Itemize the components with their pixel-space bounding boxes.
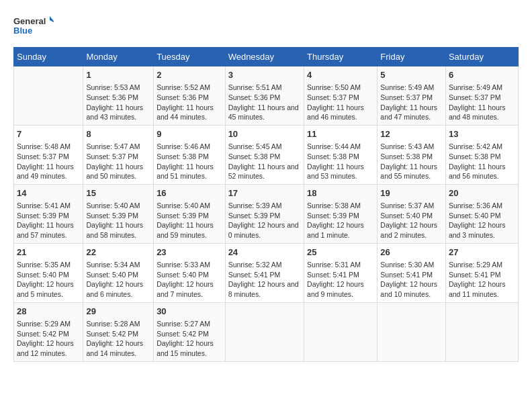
page-header: General Blue	[13, 13, 519, 40]
day-number: 26	[380, 246, 443, 259]
header-cell-sunday: Sunday	[14, 48, 83, 66]
svg-text:General: General	[13, 16, 46, 26]
day-info: Sunrise: 5:40 AM Sunset: 5:39 PM Dayligh…	[157, 201, 222, 240]
day-info: Sunrise: 5:42 AM Sunset: 5:38 PM Dayligh…	[449, 142, 515, 181]
day-info: Sunrise: 5:49 AM Sunset: 5:37 PM Dayligh…	[449, 83, 515, 122]
day-info: Sunrise: 5:29 AM Sunset: 5:41 PM Dayligh…	[449, 260, 515, 300]
header-cell-thursday: Thursday	[304, 48, 378, 66]
header-cell-tuesday: Tuesday	[154, 48, 226, 66]
calendar-cell	[378, 302, 446, 361]
day-number: 11	[307, 128, 374, 140]
day-number: 9	[157, 128, 222, 140]
day-number: 2	[157, 69, 222, 81]
day-info: Sunrise: 5:46 AM Sunset: 5:38 PM Dayligh…	[157, 142, 222, 181]
day-info: Sunrise: 5:48 AM Sunset: 5:37 PM Dayligh…	[17, 142, 80, 181]
day-number: 25	[307, 246, 374, 259]
calendar-cell	[225, 302, 304, 361]
day-info: Sunrise: 5:45 AM Sunset: 5:38 PM Dayligh…	[228, 142, 301, 181]
calendar-week-1: 7Sunrise: 5:48 AM Sunset: 5:37 PM Daylig…	[14, 125, 519, 184]
calendar-cell: 22Sunrise: 5:34 AM Sunset: 5:40 PM Dayli…	[83, 243, 154, 302]
calendar-cell: 9Sunrise: 5:46 AM Sunset: 5:38 PM Daylig…	[154, 125, 226, 184]
day-number: 6	[449, 69, 515, 81]
calendar-cell: 25Sunrise: 5:31 AM Sunset: 5:41 PM Dayli…	[304, 243, 378, 302]
day-info: Sunrise: 5:31 AM Sunset: 5:41 PM Dayligh…	[307, 260, 374, 300]
calendar-header: SundayMondayTuesdayWednesdayThursdayFrid…	[14, 48, 519, 66]
calendar-cell	[14, 66, 83, 126]
day-number: 15	[86, 187, 150, 199]
calendar-cell: 23Sunrise: 5:33 AM Sunset: 5:40 PM Dayli…	[154, 243, 226, 302]
logo: General Blue	[13, 13, 54, 40]
day-number: 23	[157, 246, 222, 259]
calendar-cell: 1Sunrise: 5:53 AM Sunset: 5:36 PM Daylig…	[83, 66, 154, 126]
day-number: 10	[228, 128, 301, 140]
day-info: Sunrise: 5:33 AM Sunset: 5:40 PM Dayligh…	[157, 260, 222, 300]
day-info: Sunrise: 5:36 AM Sunset: 5:40 PM Dayligh…	[449, 201, 515, 240]
calendar-cell: 8Sunrise: 5:47 AM Sunset: 5:37 PM Daylig…	[83, 125, 154, 184]
day-info: Sunrise: 5:50 AM Sunset: 5:37 PM Dayligh…	[307, 83, 374, 122]
day-info: Sunrise: 5:34 AM Sunset: 5:40 PM Dayligh…	[86, 260, 150, 300]
calendar-cell: 18Sunrise: 5:38 AM Sunset: 5:39 PM Dayli…	[304, 184, 378, 243]
calendar-cell: 27Sunrise: 5:29 AM Sunset: 5:41 PM Dayli…	[445, 243, 518, 302]
day-info: Sunrise: 5:49 AM Sunset: 5:37 PM Dayligh…	[380, 83, 443, 122]
day-number: 19	[380, 187, 443, 199]
day-info: Sunrise: 5:30 AM Sunset: 5:41 PM Dayligh…	[380, 260, 443, 300]
header-cell-saturday: Saturday	[445, 48, 518, 66]
day-number: 24	[228, 246, 301, 259]
day-number: 30	[157, 306, 222, 318]
header-cell-friday: Friday	[378, 48, 446, 66]
day-number: 20	[449, 187, 515, 199]
calendar-table: SundayMondayTuesdayWednesdayThursdayFrid…	[13, 47, 519, 362]
calendar-cell: 28Sunrise: 5:29 AM Sunset: 5:42 PM Dayli…	[14, 302, 83, 361]
calendar-cell: 2Sunrise: 5:52 AM Sunset: 5:36 PM Daylig…	[154, 66, 226, 126]
day-info: Sunrise: 5:38 AM Sunset: 5:39 PM Dayligh…	[307, 201, 374, 240]
day-number: 8	[86, 128, 150, 140]
day-number: 17	[228, 187, 301, 199]
day-info: Sunrise: 5:40 AM Sunset: 5:39 PM Dayligh…	[86, 201, 150, 240]
day-info: Sunrise: 5:52 AM Sunset: 5:36 PM Dayligh…	[157, 83, 222, 122]
day-info: Sunrise: 5:51 AM Sunset: 5:36 PM Dayligh…	[228, 83, 301, 122]
day-number: 27	[449, 246, 515, 259]
calendar-week-0: 1Sunrise: 5:53 AM Sunset: 5:36 PM Daylig…	[14, 66, 519, 126]
svg-marker-2	[50, 16, 54, 23]
day-info: Sunrise: 5:41 AM Sunset: 5:39 PM Dayligh…	[17, 201, 80, 240]
day-info: Sunrise: 5:35 AM Sunset: 5:40 PM Dayligh…	[17, 260, 80, 300]
day-number: 3	[228, 69, 301, 81]
header-cell-monday: Monday	[83, 48, 154, 66]
calendar-cell: 6Sunrise: 5:49 AM Sunset: 5:37 PM Daylig…	[445, 66, 518, 126]
calendar-cell: 10Sunrise: 5:45 AM Sunset: 5:38 PM Dayli…	[225, 125, 304, 184]
day-info: Sunrise: 5:37 AM Sunset: 5:40 PM Dayligh…	[380, 201, 443, 240]
calendar-cell: 14Sunrise: 5:41 AM Sunset: 5:39 PM Dayli…	[14, 184, 83, 243]
calendar-cell: 7Sunrise: 5:48 AM Sunset: 5:37 PM Daylig…	[14, 125, 83, 184]
calendar-cell: 3Sunrise: 5:51 AM Sunset: 5:36 PM Daylig…	[225, 66, 304, 126]
calendar-cell	[304, 302, 378, 361]
calendar-cell: 30Sunrise: 5:27 AM Sunset: 5:42 PM Dayli…	[154, 302, 226, 361]
day-number: 29	[86, 306, 150, 318]
calendar-cell: 4Sunrise: 5:50 AM Sunset: 5:37 PM Daylig…	[304, 66, 378, 126]
day-number: 7	[17, 128, 80, 140]
calendar-cell	[445, 302, 518, 361]
calendar-cell: 21Sunrise: 5:35 AM Sunset: 5:40 PM Dayli…	[14, 243, 83, 302]
day-number: 21	[17, 246, 80, 259]
header-cell-wednesday: Wednesday	[225, 48, 304, 66]
logo-svg: General Blue	[13, 13, 54, 40]
svg-text:Blue: Blue	[13, 26, 32, 36]
calendar-week-3: 21Sunrise: 5:35 AM Sunset: 5:40 PM Dayli…	[14, 243, 519, 302]
day-number: 14	[17, 187, 80, 199]
day-info: Sunrise: 5:27 AM Sunset: 5:42 PM Dayligh…	[157, 319, 222, 359]
day-number: 16	[157, 187, 222, 199]
day-number: 4	[307, 69, 374, 81]
day-info: Sunrise: 5:44 AM Sunset: 5:38 PM Dayligh…	[307, 142, 374, 181]
calendar-cell: 19Sunrise: 5:37 AM Sunset: 5:40 PM Dayli…	[378, 184, 446, 243]
day-number: 18	[307, 187, 374, 199]
day-number: 28	[17, 306, 80, 318]
day-info: Sunrise: 5:53 AM Sunset: 5:36 PM Dayligh…	[86, 83, 150, 122]
calendar-cell: 26Sunrise: 5:30 AM Sunset: 5:41 PM Dayli…	[378, 243, 446, 302]
calendar-cell: 12Sunrise: 5:43 AM Sunset: 5:38 PM Dayli…	[378, 125, 446, 184]
calendar-cell: 24Sunrise: 5:32 AM Sunset: 5:41 PM Dayli…	[225, 243, 304, 302]
day-info: Sunrise: 5:43 AM Sunset: 5:38 PM Dayligh…	[380, 142, 443, 181]
day-info: Sunrise: 5:47 AM Sunset: 5:37 PM Dayligh…	[86, 142, 150, 181]
day-number: 22	[86, 246, 150, 259]
calendar-cell: 20Sunrise: 5:36 AM Sunset: 5:40 PM Dayli…	[445, 184, 518, 243]
day-number: 12	[380, 128, 443, 140]
calendar-cell: 29Sunrise: 5:28 AM Sunset: 5:42 PM Dayli…	[83, 302, 154, 361]
